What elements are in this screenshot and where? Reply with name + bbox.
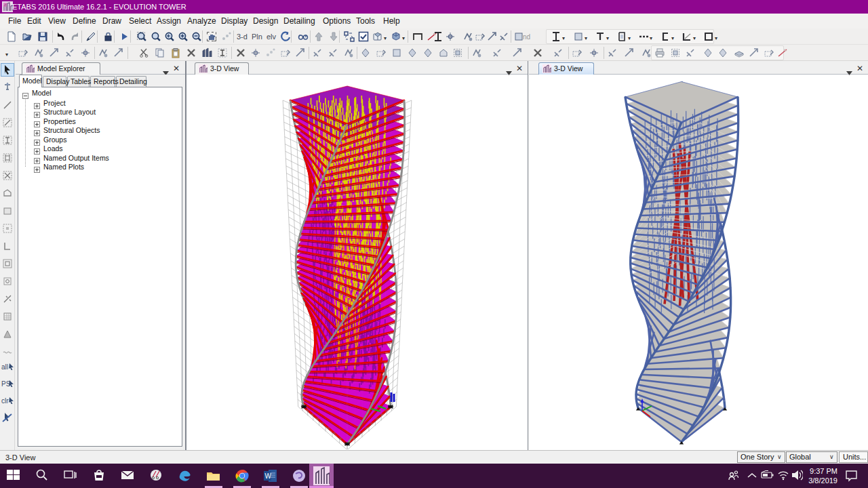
svg-text:W: W <box>265 472 272 480</box>
svg-text:nd: nd <box>523 33 530 41</box>
